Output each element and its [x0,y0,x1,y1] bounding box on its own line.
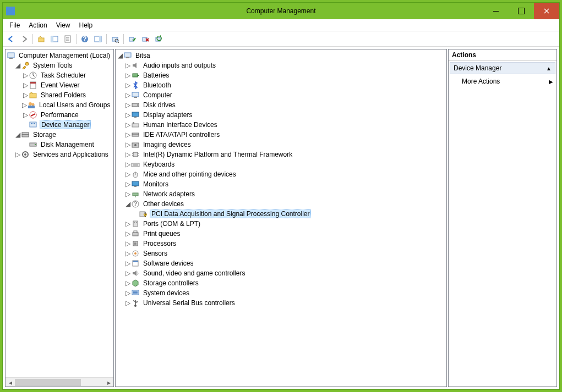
expand-icon[interactable]: ▷ [22,81,29,89]
expand-icon[interactable]: ▷ [124,180,131,188]
up-button[interactable] [35,33,47,45]
device-system[interactable]: ▷System devices [117,288,446,298]
device-usb[interactable]: ▷Universal Serial Bus controllers [117,298,446,308]
svg-rect-77 [134,242,137,245]
tree-disk-management[interactable]: Disk Management [7,140,113,150]
device-label: Sound, video and game controllers [142,269,246,277]
device-tree[interactable]: ◢ Bitsa ▷Audio inputs and outputs ▷Batte… [116,49,446,387]
device-mice[interactable]: ▷Mice and other pointing devices [117,169,446,179]
expand-icon[interactable]: ▷ [124,71,131,79]
collapse-icon[interactable]: ◢ [124,200,131,208]
device-ports[interactable]: ▷Ports (COM & LPT) [117,219,446,229]
expand-icon[interactable]: ▷ [124,269,131,277]
device-software[interactable]: ▷Software devices [117,258,446,268]
menu-view[interactable]: View [52,20,75,30]
expand-icon[interactable]: ▷ [124,230,131,238]
uninstall-device-button[interactable] [139,33,151,45]
expand-icon[interactable]: ▷ [22,91,29,99]
expand-icon[interactable]: ▷ [124,190,131,198]
device-bluetooth[interactable]: ▷Bluetooth [117,80,446,90]
menu-action[interactable]: Action [24,20,51,30]
tree-task-scheduler[interactable]: ▷ Task Scheduler [7,70,113,80]
device-label: Imaging devices [142,141,192,148]
device-audio[interactable]: ▷Audio inputs and outputs [117,60,446,70]
horizontal-scrollbar[interactable]: ◂ ▸ [6,377,113,387]
device-keyboards[interactable]: ▷Keyboards [117,159,446,169]
scroll-thumb[interactable] [15,379,81,386]
storage-icon [21,130,30,139]
expand-icon[interactable]: ▷ [124,101,131,109]
menu-file[interactable]: File [5,20,24,30]
tree-local-users[interactable]: ▷ Local Users and Groups [7,100,113,110]
device-sound[interactable]: ▷Sound, video and game controllers [117,268,446,278]
device-monitors[interactable]: ▷Monitors [117,179,446,189]
expand-icon[interactable]: ▷ [124,289,131,297]
tree-system-tools[interactable]: ◢ System Tools [7,60,113,70]
tree-performance[interactable]: ▷ Performance [7,110,113,120]
expand-icon[interactable]: ▷ [124,141,131,148]
more-actions-item[interactable]: More Actions ▶ [449,75,556,87]
tree-services-apps[interactable]: ▷ Services and Applications [7,150,113,159]
device-pci[interactable]: !PCI Data Acquisition and Signal Process… [117,209,446,219]
expand-icon[interactable]: ▷ [22,111,29,119]
help-button[interactable]: ? [79,33,91,45]
scroll-right-button[interactable]: ▸ [104,378,113,387]
expand-icon[interactable]: ▷ [124,250,131,257]
expand-icon[interactable]: ▷ [124,81,131,89]
expand-icon[interactable]: ▷ [124,170,131,178]
scan-hardware-button[interactable] [109,33,121,45]
expand-icon[interactable]: ▷ [22,101,27,109]
svg-rect-46 [134,117,137,118]
collapse-icon[interactable]: ◢ [117,52,123,59]
collapse-icon[interactable]: ◢ [14,62,21,69]
expand-icon[interactable]: ▷ [124,91,131,99]
expand-icon[interactable]: ▷ [14,151,21,158]
device-imaging[interactable]: ▷Imaging devices [117,140,446,150]
tree-device-manager[interactable]: Device Manager [7,120,113,130]
tree-root[interactable]: Computer Management (Local) [7,51,113,60]
expand-icon[interactable]: ▷ [22,71,29,79]
show-hide-tree-button[interactable] [48,33,61,45]
expand-icon[interactable]: ▷ [124,151,131,158]
expand-icon[interactable]: ▷ [124,131,131,139]
forward-button[interactable] [18,33,30,45]
enable-device-button[interactable] [126,33,138,45]
device-storage-ctrl[interactable]: ▷Storage controllers [117,278,446,288]
device-intel[interactable]: ▷Intel(R) Dynamic Platform and Thermal F… [117,150,446,159]
device-display[interactable]: ▷Display adapters [117,110,446,120]
expand-icon[interactable]: ▷ [124,161,131,168]
device-ide[interactable]: ▷IDE ATA/ATAPI controllers [117,130,446,140]
tree-shared-folders[interactable]: ▷ Shared Folders [7,90,113,100]
tree-storage[interactable]: ◢ Storage [7,130,113,140]
device-computer[interactable]: ▷Computer [117,90,446,100]
tree-event-viewer[interactable]: ▷ Event Viewer [7,80,113,90]
scroll-left-button[interactable]: ◂ [6,378,15,387]
expand-icon[interactable]: ▷ [124,240,131,247]
expand-icon[interactable]: ▷ [124,62,131,69]
menu-help[interactable]: Help [75,20,97,30]
device-hid[interactable]: ▷Human Interface Devices [117,120,446,130]
actions-section[interactable]: Device Manager ▲ [450,62,555,74]
device-print-queues[interactable]: ▷Print queues [117,229,446,239]
expand-icon[interactable]: ▷ [124,299,131,307]
console-tree[interactable]: Computer Management (Local) ◢ System Too… [6,49,113,377]
device-disk-drives[interactable]: ▷Disk drives [117,100,446,110]
expand-icon[interactable]: ▷ [124,220,131,228]
collapse-section-icon[interactable]: ▲ [546,65,552,71]
device-processors[interactable]: ▷Processors [117,239,446,249]
expand-icon[interactable]: ▷ [124,260,131,267]
update-driver-button[interactable] [152,33,165,45]
expand-icon[interactable]: ▷ [124,279,131,287]
expand-icon[interactable]: ▷ [124,111,131,119]
device-root[interactable]: ◢ Bitsa [117,51,446,60]
device-other[interactable]: ◢?Other devices [117,199,446,209]
show-hide-action-button[interactable] [92,33,104,45]
back-button[interactable] [5,33,17,45]
device-batteries[interactable]: ▷Batteries [117,70,446,80]
properties-button[interactable] [62,33,74,45]
device-network[interactable]: ▷Network adapters [117,189,446,199]
expand-icon[interactable]: ▷ [124,121,131,129]
svg-rect-30 [34,123,35,124]
device-sensors[interactable]: ▷Sensors [117,249,446,258]
collapse-icon[interactable]: ◢ [14,131,21,139]
